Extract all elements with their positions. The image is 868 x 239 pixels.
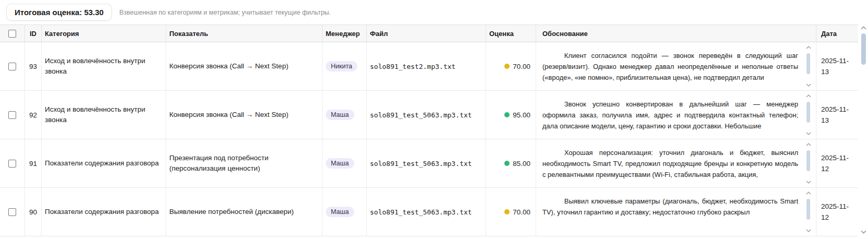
justification-scrollbar-thumb[interactable] — [807, 102, 810, 123]
row-checkbox[interactable] — [8, 160, 16, 168]
justification-scrollbar[interactable] — [805, 143, 812, 184]
row-id: 91 — [29, 160, 37, 168]
chevron-up-icon[interactable] — [806, 94, 811, 98]
select-all-checkbox[interactable] — [8, 30, 16, 38]
row-id-cell: 92 — [24, 91, 41, 139]
column-header-id: ID — [24, 25, 41, 42]
score-dot — [504, 161, 510, 166]
row-metric-cell: Выявление потребностей (дискавери) — [166, 188, 322, 236]
row-file-cell: solo891_test_5063.mp3.txt — [366, 188, 486, 236]
manager-badge: Маша — [326, 110, 354, 120]
file-name: solo891_test_5063.mp3.txt — [370, 208, 472, 216]
justification-text[interactable]: Звонок успешно конвертирован в дальнейши… — [542, 99, 798, 132]
row-date-cell: 2025-11-12 — [816, 188, 858, 236]
scrollbar-up-icon[interactable] — [861, 26, 866, 30]
row-metric-cell: Конверсия звонка (Call → Next Step) — [166, 42, 322, 90]
row-date: 2025-11-13 — [821, 55, 854, 77]
row-justification-cell: Клиент согласился подойти — звонок перев… — [536, 42, 816, 90]
row-category-cell: Показатели содержания разговора — [41, 188, 166, 236]
row-date-cell: 2025-11-13 — [816, 42, 858, 90]
row-manager-cell: Маша — [322, 188, 366, 236]
chevron-up-icon[interactable] — [806, 143, 811, 146]
score-dot — [504, 64, 510, 69]
justification-text[interactable]: Клиент согласился подойти — звонок перев… — [542, 50, 798, 83]
row-score-cell: 70.00 — [486, 188, 536, 236]
row-date-cell: 2025-11-13 — [816, 91, 858, 139]
row-score-cell: 95.00 — [486, 91, 536, 139]
score-value: 85.00 — [513, 160, 530, 168]
file-name: solo891_test_5063.mp3.txt — [370, 160, 472, 168]
chevron-down-icon[interactable] — [806, 83, 811, 87]
row-checkbox-cell — [0, 42, 24, 90]
justification-text[interactable]: Выявил ключевые параметры (диагональ, бю… — [542, 196, 798, 229]
header-checkbox-cell — [0, 25, 24, 42]
row-checkbox[interactable] — [8, 208, 16, 216]
row-id: 90 — [29, 208, 37, 216]
row-date: 2025-11-12 — [821, 152, 854, 174]
justification-scrollbar-thumb[interactable] — [807, 150, 810, 171]
manager-badge: Никита — [326, 61, 357, 71]
row-metric: Конверсия звонка (Call → Next Step) — [169, 61, 288, 71]
justification-scrollbar[interactable] — [805, 94, 812, 135]
row-metric: Презентация под потребности (персонализа… — [169, 153, 319, 174]
row-date: 2025-11-13 — [821, 104, 854, 126]
row-checkbox-cell — [0, 188, 24, 236]
row-category-cell: Показатели содержания разговора — [41, 139, 166, 187]
row-manager-cell: Маша — [322, 91, 366, 139]
table-body: 93 Исход и вовлечённость внутри звонка К… — [0, 42, 858, 236]
row-id-cell: 90 — [24, 188, 41, 236]
justification-text[interactable]: Хорошая персонализация: уточнил диагонал… — [542, 147, 798, 180]
row-score-cell: 70.00 — [486, 42, 536, 90]
results-table: ID Категория Показатель Менеджер Файл Оц… — [0, 25, 858, 236]
score-value: 95.00 — [513, 111, 530, 119]
row-date: 2025-11-12 — [821, 201, 854, 223]
table-row: 90 Показатели содержания разговора Выявл… — [0, 188, 858, 236]
row-category: Исход и вовлечённость внутри звонка — [45, 56, 163, 77]
row-id-cell: 93 — [24, 42, 41, 90]
column-header-manager: Менеджер — [322, 25, 366, 42]
column-header-justification: Обоснование — [536, 25, 816, 42]
row-checkbox-cell — [0, 91, 24, 139]
row-metric: Конверсия звонка (Call → Next Step) — [169, 110, 288, 120]
row-justification-cell: Звонок успешно конвертирован в дальнейши… — [536, 91, 816, 139]
chevron-down-icon[interactable] — [806, 229, 811, 232]
manager-badge: Маша — [326, 207, 354, 217]
page-scrollbar[interactable] — [860, 25, 867, 235]
summary-bar: Итоговая оценка: 53.30 Взвешенная по кат… — [0, 0, 868, 25]
column-header-metric: Показатель — [166, 25, 322, 42]
row-checkbox[interactable] — [8, 111, 16, 119]
score-dot — [504, 112, 510, 117]
justification-scrollbar-thumb[interactable] — [807, 199, 810, 220]
total-score-subtitle: Взвешенная по категориям и метрикам; учи… — [119, 9, 331, 16]
row-file-cell: solo891_test_5063.mp3.txt — [366, 139, 486, 187]
justification-scrollbar[interactable] — [805, 192, 812, 232]
table-header: ID Категория Показатель Менеджер Файл Оц… — [0, 25, 858, 42]
row-id-cell: 91 — [24, 139, 41, 187]
page-scrollbar-thumb[interactable] — [861, 33, 866, 65]
score-value: 70.00 — [513, 63, 530, 70]
row-id: 93 — [29, 63, 37, 70]
column-header-date: Дата — [816, 25, 858, 42]
chevron-down-icon[interactable] — [806, 181, 811, 184]
score-dot — [504, 209, 510, 214]
file-name: solo891_test_5063.mp3.txt — [370, 111, 472, 119]
column-header-score: Оценка — [486, 25, 536, 42]
table-row: 93 Исход и вовлечённость внутри звонка К… — [0, 42, 858, 91]
chevron-down-icon[interactable] — [806, 132, 811, 135]
score-value: 70.00 — [513, 208, 530, 216]
row-category: Показатели содержания разговора — [45, 158, 159, 169]
row-file-cell: solo891_test2.mp3.txt — [366, 42, 486, 90]
justification-scrollbar[interactable] — [805, 46, 812, 87]
chevron-up-icon[interactable] — [806, 192, 811, 195]
row-score-cell: 85.00 — [486, 139, 536, 187]
chevron-up-icon[interactable] — [806, 46, 811, 49]
manager-badge: Маша — [326, 158, 354, 169]
file-name: solo891_test2.mp3.txt — [370, 63, 455, 70]
justification-scrollbar-thumb[interactable] — [807, 53, 810, 74]
scrollbar-down-icon[interactable] — [861, 230, 866, 234]
row-checkbox[interactable] — [8, 63, 16, 70]
row-justification-cell: Выявил ключевые параметры (диагональ, бю… — [536, 188, 816, 236]
row-date-cell: 2025-11-12 — [816, 139, 858, 187]
row-metric-cell: Презентация под потребности (персонализа… — [166, 139, 322, 187]
table-row: 92 Исход и вовлечённость внутри звонка К… — [0, 91, 858, 139]
